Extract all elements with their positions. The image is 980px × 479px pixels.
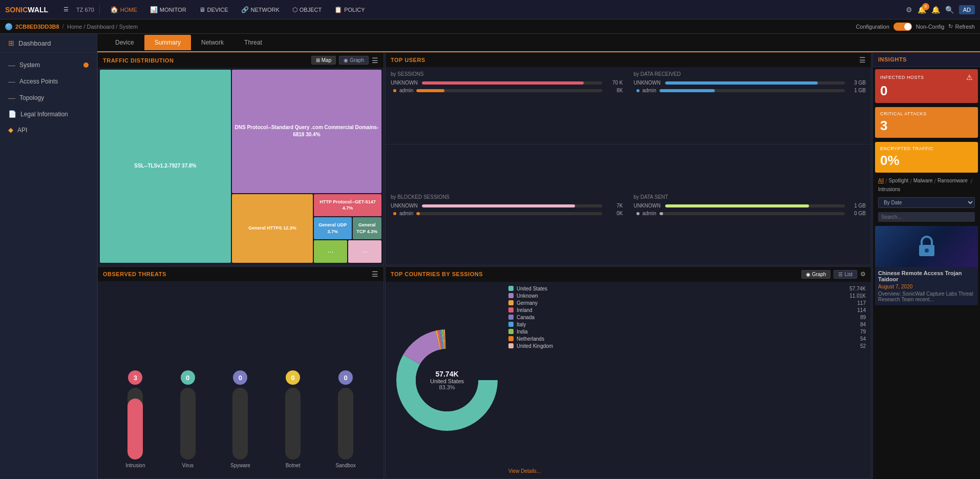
sidebar-item-topology[interactable]: — Topology <box>0 90 97 106</box>
users-divider <box>386 144 871 144</box>
countries-settings-icon[interactable]: ⚙ <box>860 270 866 278</box>
graph-btn-traffic[interactable]: ◉ Graph <box>339 56 369 65</box>
data-recv-admin-bar <box>659 89 845 92</box>
data-recv-fill-0 <box>665 81 818 85</box>
countries-legend: United States 57.74K Unknown 11.01K Germ… <box>508 286 866 475</box>
tabs: Device Summary Network Threat <box>97 34 980 52</box>
filter-intrusions[interactable]: Intrusions <box>878 186 900 192</box>
intrusion-bar <box>127 399 143 460</box>
tab-network[interactable]: Network <box>191 35 234 50</box>
countries-list-btn[interactable]: ☰ List <box>834 270 857 279</box>
nav-policy[interactable]: 📋 POLICY <box>329 4 370 15</box>
blocked-admin-value: 0K <box>605 211 623 216</box>
chart-icon: ◉ <box>344 57 348 63</box>
users-menu[interactable]: ☰ <box>859 56 866 64</box>
legend-in: India 79 <box>508 329 866 335</box>
tab-threat[interactable]: Threat <box>234 35 272 50</box>
map-btn[interactable]: ⊞ Map <box>311 56 336 65</box>
botnet-bar-wrapper <box>285 388 301 460</box>
ie-dot <box>508 307 514 313</box>
insights-search[interactable] <box>878 212 975 222</box>
threats-title: OBSERVED THREATS <box>103 271 166 277</box>
sidebar-item-dashboard[interactable]: ⊞ Dashboard <box>0 34 97 53</box>
treemap-bottom: General HTTPS 12.3% HTTP Protocol--GET-5… <box>232 194 381 263</box>
sidebar-item-system[interactable]: — System <box>0 57 97 73</box>
filter-malware[interactable]: Malware <box>913 178 933 185</box>
infected-title: INFECTED HOSTS ⚠ <box>880 73 973 81</box>
botnet-label: Botnet <box>286 463 301 468</box>
sidebar-item-access-points[interactable]: — Access Points <box>0 73 97 90</box>
sessions-bar-0 <box>422 81 602 85</box>
alerts-icon[interactable]: 🔔 <box>931 6 940 14</box>
nav-hamburger[interactable]: ☰ <box>58 4 74 15</box>
filter-spotlight[interactable]: Spotlight <box>888 178 908 185</box>
nav-home[interactable]: 🏠 HOME <box>105 4 142 15</box>
nav-items: ☰ TZ 670 🏠 HOME 📊 MONITOR 🖥 DEVICE 🔗 NET… <box>58 4 906 15</box>
sidebar-item-api[interactable]: ◆ API <box>0 122 97 138</box>
nl-value: 54 <box>860 336 866 342</box>
treemap-right: DNS Protocol--Standard Query .com Commer… <box>232 70 381 263</box>
uk-dot <box>508 343 514 348</box>
users-header: TOP USERS ☰ <box>386 53 871 67</box>
filter-all[interactable]: All <box>878 178 884 185</box>
critical-title: CRITICAL ATTACKS <box>880 111 973 116</box>
blocked-bar-0 <box>422 204 602 207</box>
threat-botnet: 0 Botnet <box>285 370 301 468</box>
http-block: HTTP Protocol--GET-5147 4.7% <box>314 194 381 216</box>
udp-block: General UDP 3.7% <box>314 217 351 239</box>
udp-label: General UDP 3.7% <box>314 221 351 236</box>
filter-ransomware[interactable]: Ransomware <box>938 178 968 185</box>
infected-value: 0 <box>880 83 973 99</box>
data-sent-fill-0 <box>665 204 809 207</box>
legend-uk: United Kingdom 52 <box>508 343 866 349</box>
infected-card: INFECTED HOSTS ⚠ 0 <box>875 69 978 103</box>
countries-graph-btn[interactable]: ◉ Graph <box>801 270 831 279</box>
data-sent-sub: admin 0 GB <box>634 211 866 216</box>
search-icon[interactable]: 🔍 <box>945 6 954 14</box>
nav-device[interactable]: 🖥 DEVICE <box>194 4 233 15</box>
legend-it: Italy 84 <box>508 322 866 327</box>
data-sent-value-0: 1 GB <box>848 203 866 209</box>
in-name: India <box>517 329 857 335</box>
traffic-header: TRAFFIC DISTRIBUTION ⊞ Map ◉ Graph ☰ <box>98 53 384 68</box>
traffic-menu[interactable]: ☰ <box>372 56 378 65</box>
top-users-panel: TOP USERS ☰ by SESSIONS UNKNOWN 70 K <box>385 52 871 265</box>
ca-name: Canada <box>517 315 857 320</box>
tab-summary[interactable]: Summary <box>144 35 191 50</box>
small-block-2: ··· <box>348 240 381 262</box>
nav-object[interactable]: ⬡ OBJECT <box>287 4 327 15</box>
view-details-link[interactable]: View Details... <box>508 468 541 474</box>
unknown-value: 11.01K <box>849 293 866 299</box>
toggle-knob <box>904 23 911 30</box>
filter-links: All / Spotlight / Malware / Ransomware /… <box>873 175 980 195</box>
nav-network[interactable]: 🔗 NETWORK <box>236 4 285 15</box>
sessions-value-0: 70 K <box>605 80 623 86</box>
date-select[interactable]: By Date <box>878 197 975 208</box>
sessions-dot-0 <box>393 89 396 92</box>
article-date: August 7, 2020 <box>878 284 975 289</box>
sidebar-item-legal[interactable]: 📄 Legal Information <box>0 106 97 122</box>
threat-virus: 0 Virus <box>180 370 196 468</box>
refresh-button[interactable]: ↻ Refresh <box>948 23 975 30</box>
virus-label: Virus <box>182 463 194 468</box>
tab-device[interactable]: Device <box>105 35 144 50</box>
data-recv-dot <box>636 89 640 92</box>
settings-icon[interactable]: ⚙ <box>906 6 912 14</box>
diamond-icon: ◆ <box>8 126 13 134</box>
unknown-dot <box>508 293 514 298</box>
threats-menu[interactable]: ☰ <box>372 270 378 278</box>
dots-icon-2: ··· <box>362 247 368 256</box>
notifications-badge[interactable]: 🔔 6 <box>918 6 926 14</box>
threats-content: 3 Intrusion 0 Virus <box>98 281 384 479</box>
blocked-subtitle: by BLOCKED SESSIONS <box>391 194 623 200</box>
date-filter: By Date <box>873 195 980 210</box>
nav-monitor[interactable]: 📊 MONITOR <box>145 4 191 15</box>
user-button[interactable]: AD <box>959 5 975 14</box>
config-switch[interactable] <box>893 23 912 31</box>
treemap-bot: ··· ··· <box>314 240 381 262</box>
sidebar-section: — System — Access Points — Topology 📄 Le… <box>0 53 97 142</box>
article-desc: Overview: SonicWall Capture Labs Threat … <box>878 291 975 302</box>
breadcrumb: Home / Dashboard / System <box>67 24 138 30</box>
sessions-sub-0: admin 8K <box>391 88 623 93</box>
config-toggle: Configuration Non-Config ↻ Refresh <box>856 23 975 31</box>
